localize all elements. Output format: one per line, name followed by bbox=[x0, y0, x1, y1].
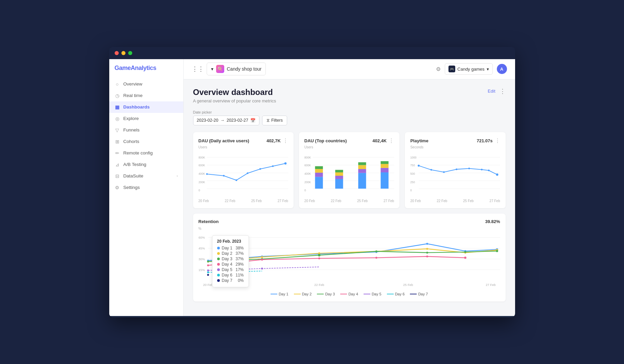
svg-text:800K: 800K bbox=[304, 155, 311, 159]
svg-point-90 bbox=[207, 264, 209, 266]
tooltip-row-day4: Day 4 29% bbox=[217, 262, 244, 267]
svg-point-98 bbox=[207, 271, 209, 273]
dau-more-button[interactable]: ⋮ bbox=[283, 138, 288, 144]
retention-value: 39.82% bbox=[485, 219, 500, 224]
legend-line-day6 bbox=[387, 294, 394, 294]
playtime-more-button[interactable]: ⋮ bbox=[495, 138, 500, 144]
tooltip-label-day5: Day 5 bbox=[222, 267, 234, 272]
edit-button[interactable]: Edit bbox=[488, 89, 495, 94]
date-start-input[interactable]: 2023-02-20 → 2023-02-27 📅 bbox=[193, 116, 259, 125]
dau-countries-chart-footer: 20 Feb22 Feb25 Feb27 Feb bbox=[304, 199, 394, 203]
tooltip-label-day2: Day 2 bbox=[222, 251, 234, 256]
dau-countries-chart-header: DAU (Top countries) 402,4K ⋮ bbox=[304, 138, 394, 144]
maximize-button[interactable] bbox=[128, 51, 132, 55]
tooltip-row-day2: Day 2 37% bbox=[217, 251, 244, 256]
legend-line-day2 bbox=[294, 294, 301, 294]
dau-chart-card: DAU (Daily active users) 402,7K ⋮ Users … bbox=[193, 132, 294, 208]
svg-rect-28 bbox=[315, 172, 323, 176]
avatar[interactable]: A bbox=[497, 64, 507, 74]
close-button[interactable] bbox=[115, 51, 119, 55]
svg-rect-27 bbox=[315, 177, 323, 189]
minimize-button[interactable] bbox=[121, 51, 125, 55]
chevron-right-icon: › bbox=[177, 174, 178, 178]
dau-countries-more-button[interactable]: ⋮ bbox=[389, 138, 394, 144]
legend-line-day5 bbox=[364, 294, 370, 294]
game-selector-arrow: ▾ bbox=[211, 66, 213, 72]
tooltip-value-day6: 11% bbox=[236, 273, 244, 277]
tooltip-value-day3: 37% bbox=[236, 257, 244, 261]
svg-rect-32 bbox=[335, 175, 343, 179]
calendar-icon: 📅 bbox=[250, 118, 256, 123]
legend-item-day6: Day 6 bbox=[387, 292, 405, 296]
tooltip-dot-day1 bbox=[217, 247, 220, 249]
gear-icon[interactable]: ⚙ bbox=[436, 66, 441, 72]
dau-countries-chart-body: 800K 600K 400K 200K 0 bbox=[304, 150, 394, 198]
sidebar-item-realtime[interactable]: ◷ Real time bbox=[109, 90, 183, 101]
tooltip-value-day1: 38% bbox=[236, 246, 244, 250]
dau-countries-axis-label: Users bbox=[304, 145, 394, 149]
game-selector[interactable]: ▾ 🍭 Candy shop tour bbox=[207, 63, 266, 75]
svg-text:600K: 600K bbox=[304, 163, 311, 167]
svg-rect-30 bbox=[315, 166, 323, 169]
svg-point-16 bbox=[284, 162, 286, 165]
sidebar-item-cohorts[interactable]: ⊞ Cohorts bbox=[109, 136, 183, 147]
more-menu-button[interactable]: ⋮ bbox=[500, 88, 506, 95]
svg-point-55 bbox=[443, 171, 445, 173]
sidebar-item-dashboards[interactable]: ▦ Dashboards bbox=[109, 101, 183, 113]
page-title: Overview dashboard bbox=[193, 88, 276, 97]
playtime-chart-value: 721.07s bbox=[477, 138, 493, 143]
svg-point-11 bbox=[223, 175, 225, 176]
legend-line-day1 bbox=[271, 294, 277, 294]
svg-text:20 Feb: 20 Feb bbox=[203, 283, 213, 287]
dau-chart-value: 402,7K bbox=[267, 138, 281, 143]
filter-label: Filters bbox=[271, 118, 283, 123]
playtime-chart-card: Playtime 721.07s ⋮ Seconds 1000 750 5 bbox=[405, 132, 505, 208]
playtime-chart-body: 1000 750 500 250 0 bbox=[410, 150, 500, 198]
tooltip-label-day7: Day 7 bbox=[222, 278, 234, 283]
svg-text:800K: 800K bbox=[199, 155, 205, 159]
retention-chart-body: 60% 45% 30% 15% bbox=[199, 232, 500, 289]
grid-icon[interactable]: ⋮⋮ bbox=[192, 65, 204, 73]
svg-text:0: 0 bbox=[410, 189, 412, 192]
sidebar-item-remoteconfig[interactable]: ✏ Remote config bbox=[109, 147, 183, 159]
retention-axis-label: % bbox=[199, 227, 500, 230]
sidebar-item-label: Explore bbox=[123, 116, 139, 121]
settings-icon: ⚙ bbox=[115, 185, 120, 190]
tooltip-row-day1: Day 1 38% bbox=[217, 246, 244, 250]
svg-point-92 bbox=[318, 257, 320, 259]
svg-rect-31 bbox=[335, 179, 343, 188]
playtime-chart-title: Playtime bbox=[410, 138, 428, 143]
sidebar-item-funnels[interactable]: ▽ Funnels bbox=[109, 124, 183, 136]
dau-countries-chart-title: DAU (Top countries) bbox=[304, 138, 347, 143]
tooltip-date: 20 Feb. 2023 bbox=[217, 239, 244, 244]
svg-rect-36 bbox=[358, 169, 366, 173]
arrow-icon: → bbox=[220, 118, 225, 123]
tooltip-dot-day5 bbox=[217, 268, 220, 271]
realtime-icon: ◷ bbox=[115, 93, 120, 98]
legend-line-day4 bbox=[340, 294, 347, 294]
svg-point-85 bbox=[318, 254, 321, 257]
svg-text:400K: 400K bbox=[304, 172, 311, 175]
sidebar-item-datasuite[interactable]: ⊟ DataSuite › bbox=[109, 170, 183, 182]
main-content: ⋮⋮ ▾ 🍭 Candy shop tour ⚙ 🎮 Candy games ▾… bbox=[184, 59, 515, 316]
charts-row: DAU (Daily active users) 402,7K ⋮ Users … bbox=[193, 132, 506, 208]
legend-label-day5: Day 5 bbox=[372, 292, 382, 296]
filters-button[interactable]: ⧖ Filters bbox=[262, 116, 287, 125]
svg-text:200K: 200K bbox=[199, 180, 205, 184]
sidebar-item-settings[interactable]: ⚙ Settings bbox=[109, 182, 183, 193]
svg-text:25 Feb: 25 Feb bbox=[403, 283, 413, 287]
sidebar-item-overview[interactable]: ○ Overview bbox=[109, 78, 183, 90]
sidebar-item-explore[interactable]: ◎ Explore bbox=[109, 113, 183, 124]
sidebar-item-abtesting[interactable]: ⊿ A/B Testing bbox=[109, 159, 183, 170]
org-icon: 🎮 bbox=[448, 66, 455, 72]
legend-item-day4: Day 4 bbox=[340, 292, 358, 296]
playtime-chart-header: Playtime 721.07s ⋮ bbox=[410, 138, 500, 144]
page-subtitle: A general overview of popular core metri… bbox=[193, 98, 276, 103]
svg-text:45%: 45% bbox=[199, 247, 205, 250]
dau-countries-chart-value: 402,4K bbox=[372, 138, 387, 143]
svg-point-59 bbox=[488, 169, 490, 171]
dau-countries-chart-card: DAU (Top countries) 402,4K ⋮ Users 800K … bbox=[299, 132, 399, 208]
cohorts-icon: ⊞ bbox=[115, 139, 120, 144]
org-selector[interactable]: 🎮 Candy games ▾ bbox=[445, 63, 492, 75]
svg-point-57 bbox=[468, 167, 470, 169]
